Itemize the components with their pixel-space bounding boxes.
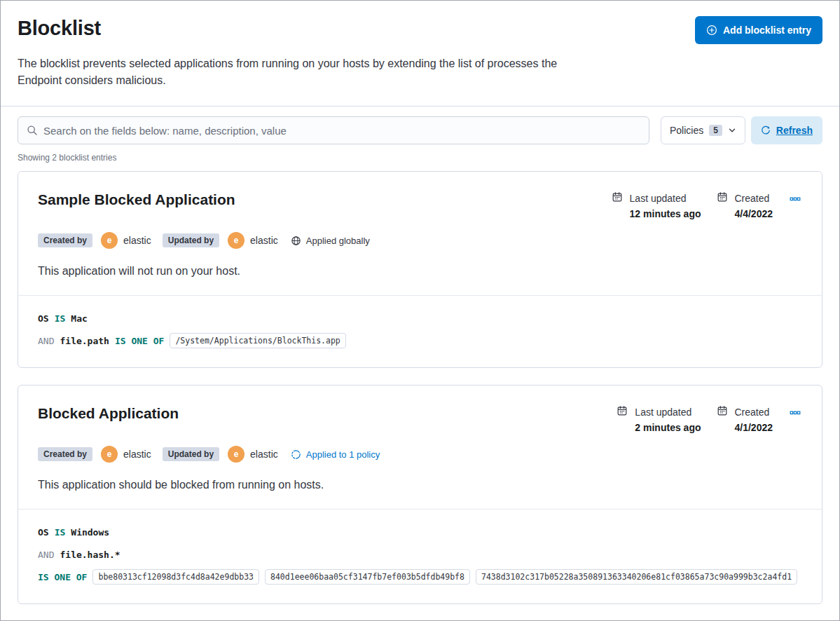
blocklist-page: Blocklist Add blocklist entry The blockl… [0, 0, 840, 621]
condition-conjunction: AND [38, 336, 54, 346]
card-meta: Last updated 12 minutes ago Created 4/4/… [612, 190, 802, 221]
card-description: This application will not run on your ho… [38, 263, 802, 295]
condition-value-chip: /System/Applications/BlockThis.app [170, 333, 345, 348]
criteria-line: IS ONE OFbbe80313cf12098d3fc4d8a42e9dbb3… [38, 568, 802, 585]
condition-field: Windows [71, 527, 109, 538]
search-icon [27, 125, 38, 136]
condition-field: Mac [71, 313, 87, 324]
refresh-icon [761, 125, 771, 135]
card-title: Blocked Application [38, 404, 179, 423]
condition-field: file.path [60, 336, 109, 346]
created-by-badge: Created by [38, 233, 92, 247]
created-label: Created [735, 405, 773, 419]
calendar-icon [717, 191, 728, 221]
updated-by-badge: Updated by [163, 447, 219, 461]
toolbar: Policies 5 Refresh [18, 116, 822, 144]
card-header: Sample Blocked Application Last updated … [38, 190, 802, 221]
condition-operator: IS [55, 527, 66, 538]
blocklist-card: Blocked Application Last updated 2 minut… [18, 385, 822, 604]
card-header: Blocked Application Last updated 2 minut… [38, 404, 802, 435]
condition-value-chip: bbe80313cf12098d3fc4d8a42e9dbb33 [92, 569, 259, 585]
created-value: 4/4/2022 [735, 207, 773, 221]
card-subtitle-row: Created by e elastic Updated by e elasti… [38, 446, 802, 463]
condition-conjunction: AND [38, 550, 54, 560]
card-top: Sample Blocked Application Last updated … [18, 172, 822, 295]
avatar: e [101, 232, 118, 249]
card-description: This application should be blocked from … [38, 477, 802, 509]
refresh-button[interactable]: Refresh [751, 116, 822, 144]
boxes-horizontal-icon [790, 407, 801, 418]
created-value: 4/1/2022 [735, 421, 773, 435]
policies-filter-button[interactable]: Policies 5 [661, 116, 745, 144]
search-box [18, 116, 649, 144]
created-block: Created 4/1/2022 [717, 405, 773, 435]
condition-operator: IS ONE OF [115, 336, 164, 346]
last-updated-block: Last updated 12 minutes ago [612, 191, 701, 221]
avatar: e [101, 446, 118, 463]
add-blocklist-entry-label: Add blocklist entry [723, 25, 811, 36]
card-meta: Last updated 2 minutes ago Created 4/1/2… [617, 404, 802, 435]
header-divider [1, 106, 839, 107]
card-subtitle-row: Created by e elastic Updated by e elasti… [38, 232, 802, 249]
updated-by-user: elastic [250, 235, 278, 246]
condition-field: file.hash.* [60, 550, 120, 560]
condition-field: OS [38, 527, 49, 538]
created-by-user: elastic [123, 235, 151, 246]
partial-policy-icon [291, 449, 301, 460]
condition-value-chip: 7438d3102c317b05228a350891363340206e81cf… [476, 569, 797, 585]
scope-label: Applied globally [306, 236, 370, 246]
scope-label: Applied to 1 policy [306, 449, 380, 460]
globe-icon [291, 236, 301, 246]
condition-field: OS [38, 313, 49, 324]
criteria-line: OSISMac [38, 310, 802, 327]
condition-value-chip: 840d1eee06baa05cf3147fb7ef003b5dfdb49bf8 [265, 569, 470, 585]
condition-operator: IS ONE OF [38, 572, 87, 582]
calendar-icon [717, 405, 728, 435]
created-label: Created [735, 191, 773, 205]
condition-operator: IS [55, 313, 66, 324]
card-top: Blocked Application Last updated 2 minut… [18, 385, 822, 509]
created-by-badge: Created by [38, 447, 92, 461]
avatar: e [228, 232, 245, 249]
scope-policy-link[interactable]: Applied to 1 policy [291, 449, 380, 460]
card-actions-menu-button[interactable] [788, 192, 802, 206]
search-input[interactable] [43, 125, 640, 137]
add-blocklist-entry-button[interactable]: Add blocklist entry [695, 16, 822, 44]
updated-by-user: elastic [250, 449, 278, 460]
criteria-line: ANDfile.hash.* [38, 546, 802, 563]
refresh-label: Refresh [776, 125, 813, 136]
criteria-conditions: OSISWindowsANDfile.hash.*IS ONE OFbbe803… [18, 510, 822, 603]
page-description: The blocklist prevents selected applicat… [18, 55, 560, 89]
last-updated-block: Last updated 2 minutes ago [617, 405, 701, 435]
created-block: Created 4/4/2022 [717, 191, 773, 221]
scope-global: Applied globally [291, 236, 370, 246]
policies-count-badge: 5 [709, 125, 722, 136]
page-header: Blocklist Add blocklist entry [18, 15, 822, 44]
boxes-horizontal-icon [790, 193, 801, 205]
created-by-user: elastic [123, 449, 151, 460]
calendar-icon [612, 191, 623, 221]
card-actions-menu-button[interactable] [788, 406, 802, 420]
policies-filter-label: Policies [670, 125, 703, 136]
updated-by-badge: Updated by [163, 233, 219, 247]
last-updated-label: Last updated [630, 191, 701, 205]
last-updated-value: 2 minutes ago [635, 421, 701, 435]
chevron-down-icon [728, 126, 736, 135]
calendar-icon [617, 405, 628, 435]
page-title: Blocklist [18, 15, 101, 41]
blocklist-card: Sample Blocked Application Last updated … [18, 171, 822, 368]
avatar: e [228, 446, 245, 463]
criteria-conditions: OSISMacANDfile.pathIS ONE OF/System/Appl… [18, 296, 822, 367]
plus-circle-icon [706, 25, 717, 36]
last-updated-value: 12 minutes ago [630, 207, 701, 221]
criteria-line: OSISWindows [38, 524, 802, 540]
card-title: Sample Blocked Application [38, 190, 235, 210]
last-updated-label: Last updated [635, 405, 701, 419]
criteria-line: ANDfile.pathIS ONE OF/System/Application… [38, 332, 802, 349]
results-summary: Showing 2 blocklist entries [18, 153, 822, 163]
